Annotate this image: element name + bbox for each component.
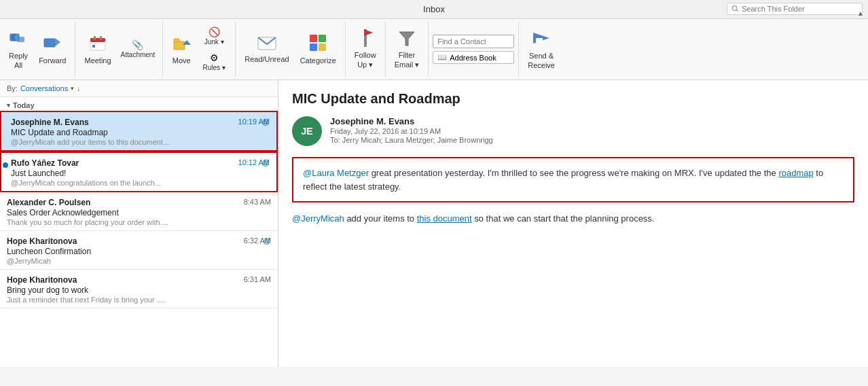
sort-conversations-button[interactable]: Conversations bbox=[20, 84, 68, 92]
attachment-label: Attachment bbox=[121, 51, 156, 59]
email-1-header: Josephine M. Evans 10:19 AM bbox=[11, 118, 270, 127]
scroll-up-arrow[interactable]: ▲ bbox=[857, 10, 864, 17]
svg-rect-6 bbox=[44, 39, 55, 47]
email-4-header: Hope Kharitonova 6:32 AM bbox=[7, 236, 271, 246]
email-1-sender: Josephine M. Evans bbox=[11, 118, 89, 127]
send-receive-label: Send &Receive bbox=[528, 52, 555, 69]
today-group-header: ▾ Today bbox=[0, 97, 278, 111]
email-3-sender: Alexander C. Poulsen bbox=[7, 198, 90, 207]
respond-group: ReplyAll Forward bbox=[0, 22, 75, 77]
search-input[interactable] bbox=[742, 5, 858, 13]
reply-all-label: ReplyAll bbox=[9, 52, 28, 69]
group-chevron: ▾ bbox=[7, 102, 10, 109]
read-unread-button[interactable]: Read/Unread bbox=[240, 23, 293, 76]
svg-rect-13 bbox=[174, 41, 185, 50]
svg-rect-10 bbox=[94, 36, 96, 40]
attachment-button[interactable]: 📎 Attachment bbox=[117, 37, 159, 62]
actions-group: Move 🚫 Junk ▾ ⚙ Rules ▾ bbox=[163, 22, 236, 77]
svg-rect-5 bbox=[18, 37, 24, 42]
svg-rect-11 bbox=[100, 36, 102, 40]
forward-icon bbox=[43, 33, 62, 55]
email-items-list: ▾ Today @ Josephine M. Evans 10:19 AM MI… bbox=[0, 97, 278, 367]
new-group: Meeting 📎 Attachment bbox=[75, 22, 163, 77]
email-5-time: 6:31 AM bbox=[244, 275, 271, 283]
send-receive-group: Send &Receive bbox=[519, 22, 564, 77]
send-receive-button[interactable]: Send &Receive bbox=[523, 23, 560, 76]
follow-up-label: FollowUp ▾ bbox=[355, 51, 376, 69]
ribbon-toolbar: ReplyAll Forward bbox=[0, 19, 868, 80]
svg-rect-12 bbox=[92, 45, 95, 48]
read-group: Read/Unread Categorize bbox=[236, 22, 346, 77]
mention-jerry: @JerryMicah bbox=[292, 213, 344, 224]
svg-rect-18 bbox=[319, 35, 326, 42]
this-document-link[interactable]: this document bbox=[417, 213, 472, 224]
email-body-block: @Laura Metzger great presentation yester… bbox=[292, 157, 854, 203]
address-book-icon: 📖 bbox=[437, 53, 447, 62]
email-item-4[interactable]: @ Hope Kharitonova 6:32 AM Luncheon Conf… bbox=[0, 231, 278, 270]
sort-direction-button[interactable]: ↓ bbox=[77, 85, 80, 92]
svg-marker-22 bbox=[364, 29, 373, 36]
email-item-5[interactable]: Hope Kharitonova 6:31 AM Bring your dog … bbox=[0, 270, 278, 309]
email-list-panel: By: Conversations ▾ ↓ ▾ Today @ Josephin… bbox=[0, 80, 278, 367]
roadmap-link[interactable]: roadmap bbox=[778, 168, 813, 178]
meta-date: Friday, July 22, 2016 at 10:19 AM bbox=[330, 127, 854, 135]
search-box[interactable] bbox=[727, 3, 863, 15]
body-text-1: great presentation yesterday. I'm thrill… bbox=[369, 168, 778, 178]
filter-group: FilterEmail ▾ bbox=[386, 22, 429, 77]
move-button[interactable]: Move bbox=[167, 23, 196, 76]
at-mention-badge-4: @ bbox=[264, 236, 271, 245]
title-bar: Inbox ▲ bbox=[0, 0, 868, 19]
email-4-preview: @JerryMicah bbox=[7, 257, 271, 265]
email-4-subject: Luncheon Confirmation bbox=[7, 247, 271, 256]
read-unread-icon bbox=[257, 35, 276, 54]
reply-all-button[interactable]: ReplyAll bbox=[4, 23, 33, 76]
svg-point-0 bbox=[732, 6, 737, 11]
find-contact-input[interactable] bbox=[433, 35, 514, 48]
svg-rect-25 bbox=[536, 38, 543, 43]
meeting-icon bbox=[88, 33, 107, 55]
reading-pane-title: MIC Update and Roadmap bbox=[292, 91, 854, 107]
move-label: Move bbox=[173, 56, 191, 65]
meeting-button[interactable]: Meeting bbox=[79, 23, 115, 76]
email-1-subject: MIC Update and Roadmap bbox=[11, 128, 270, 137]
main-layout: By: Conversations ▾ ↓ ▾ Today @ Josephin… bbox=[0, 80, 868, 367]
email-item-3[interactable]: Alexander C. Poulsen 8:43 AM Sales Order… bbox=[0, 192, 278, 231]
svg-marker-23 bbox=[399, 32, 414, 46]
email-3-subject: Sales Order Acknowledgement bbox=[7, 208, 271, 217]
email-body-line2: @JerryMicah add your items to this docum… bbox=[292, 212, 854, 226]
junk-rules-stack: 🚫 Junk ▾ ⚙ Rules ▾ bbox=[197, 23, 231, 76]
sort-by-label: By: bbox=[7, 84, 18, 92]
filter-email-button[interactable]: FilterEmail ▾ bbox=[390, 23, 424, 76]
read-unread-label: Read/Unread bbox=[245, 55, 289, 64]
sort-bar: By: Conversations ▾ ↓ bbox=[0, 80, 278, 97]
reply-all-icon bbox=[9, 29, 28, 50]
meeting-label: Meeting bbox=[84, 56, 111, 65]
find-group: 📖 Address Book bbox=[429, 22, 519, 77]
email-item-2[interactable]: @ Rufo Yáñez Tovar 10:12 AM Just Launche… bbox=[0, 152, 278, 192]
email-3-time: 8:43 AM bbox=[244, 198, 271, 206]
junk-label: Junk ▾ bbox=[204, 38, 224, 46]
svg-rect-14 bbox=[174, 39, 179, 42]
forward-button[interactable]: Forward bbox=[34, 23, 71, 76]
categorize-button[interactable]: Categorize bbox=[295, 23, 341, 76]
junk-button[interactable]: 🚫 Junk ▾ bbox=[197, 24, 231, 49]
svg-rect-9 bbox=[90, 38, 105, 42]
email-item-1[interactable]: @ Josephine M. Evans 10:19 AM MIC Update… bbox=[0, 111, 278, 152]
sort-dropdown-arrow[interactable]: ▾ bbox=[71, 85, 74, 92]
attachment-icon: 📎 bbox=[132, 40, 143, 50]
svg-rect-17 bbox=[310, 35, 317, 42]
follow-up-icon bbox=[358, 29, 373, 50]
follow-up-button[interactable]: FollowUp ▾ bbox=[350, 23, 381, 76]
rules-button[interactable]: ⚙ Rules ▾ bbox=[197, 50, 231, 75]
mention-laura: @Laura Metzger bbox=[303, 168, 369, 178]
attachment-stack: 📎 Attachment bbox=[117, 23, 159, 76]
address-book-label: Address Book bbox=[450, 54, 496, 62]
reading-pane: MIC Update and Roadmap JE Josephine M. E… bbox=[278, 80, 868, 367]
at-mention-badge-1: @ bbox=[262, 118, 270, 126]
email-body: @Laura Metzger great presentation yester… bbox=[292, 157, 854, 226]
email-4-sender: Hope Kharitonova bbox=[7, 236, 77, 246]
address-book-button[interactable]: 📖 Address Book bbox=[433, 51, 514, 64]
email-5-subject: Bring your dog to work bbox=[7, 285, 271, 295]
send-receive-icon bbox=[532, 29, 551, 50]
at-mention-badge-2: @ bbox=[262, 158, 270, 166]
